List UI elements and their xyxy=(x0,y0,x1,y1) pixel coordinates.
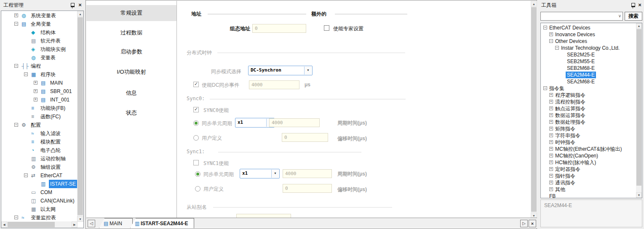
tree-item[interactable]: ≡功能块(FB) xyxy=(1,104,77,112)
vscrollbar-thumb[interactable] xyxy=(531,7,537,212)
sync1-cycle-time-input[interactable]: 4000 xyxy=(283,169,332,178)
expander-icon[interactable]: − xyxy=(543,26,547,29)
tree-item[interactable]: SEB2M55-E xyxy=(541,58,636,65)
tree-item[interactable]: SEA2M44-E xyxy=(541,72,636,78)
settings-tab[interactable]: 启动参数 xyxy=(86,44,176,60)
sync1-offset-input[interactable]: 0 xyxy=(283,184,332,193)
tree-item[interactable]: ≡模块配置 xyxy=(1,138,77,146)
tree-item[interactable]: ▤软元件表 xyxy=(1,37,77,45)
sync0-cycle-time-input[interactable]: 4000 xyxy=(269,118,320,127)
tree-item[interactable]: −┤├编程 xyxy=(1,62,77,70)
settings-tab[interactable]: I/O功能映射 xyxy=(86,64,176,80)
expander-icon[interactable]: + xyxy=(549,100,553,104)
toolbox-search-combo[interactable]: ∨ xyxy=(540,12,623,21)
close-icon[interactable]: × xyxy=(77,2,83,8)
pin-icon[interactable] xyxy=(70,3,75,8)
sync1-enable-checkbox[interactable] xyxy=(193,160,199,165)
sync0-enable-checkbox[interactable] xyxy=(193,107,199,112)
sync-mode-dropdown[interactable]: DC-Synchron ▼ xyxy=(248,66,313,75)
expander-icon[interactable]: + xyxy=(34,89,37,93)
tree-item[interactable]: −EtherCAT Devices xyxy=(541,24,636,31)
scroll-up-icon[interactable]: ▲ xyxy=(636,23,642,29)
document-tab[interactable]: ▥ISTART-SEA2M44-E xyxy=(130,218,194,228)
tree-item[interactable]: +▤MAIN xyxy=(1,79,77,87)
sync1-unit-cycle-radio[interactable] xyxy=(195,171,200,177)
scroll-down-icon[interactable]: ▼ xyxy=(77,216,83,222)
expander-icon[interactable]: + xyxy=(549,93,553,97)
expander-icon[interactable]: − xyxy=(543,86,547,90)
document-tab[interactable]: ▤MAIN xyxy=(99,218,133,228)
sync0-unit-cycle-radio[interactable] xyxy=(193,120,199,126)
expander-icon[interactable]: − xyxy=(14,123,18,127)
expander-icon[interactable]: + xyxy=(549,113,553,117)
tab-scroll-right-button[interactable]: ▷ xyxy=(520,220,528,227)
expander-icon[interactable]: + xyxy=(549,160,553,164)
tree-item[interactable]: ≈输入滤波 xyxy=(1,129,77,138)
tree-item[interactable]: ◔电子凸轮 xyxy=(1,146,77,154)
dc-sync-event-checkbox[interactable] xyxy=(193,82,199,87)
tree-item[interactable]: −指令集 xyxy=(541,85,636,92)
scroll-up-icon[interactable]: ▲ xyxy=(77,11,83,17)
expander-icon[interactable]: − xyxy=(24,173,28,177)
tree-item[interactable]: −▦程序块 xyxy=(1,70,77,79)
tree-item[interactable]: ▭COM xyxy=(1,188,77,197)
expander-icon[interactable]: − xyxy=(24,72,28,76)
tree-item[interactable]: +定时器指令 xyxy=(541,166,636,173)
expert-settings-checkbox[interactable] xyxy=(324,25,329,31)
expander-icon[interactable]: + xyxy=(34,81,37,85)
tree-item[interactable]: +矩阵指令 xyxy=(541,125,636,132)
expander-icon[interactable]: − xyxy=(14,216,18,219)
tab-scroll-left-button[interactable]: ◁ xyxy=(88,220,95,227)
expander-icon[interactable]: + xyxy=(549,187,553,191)
tree-item[interactable]: ◍变量表 xyxy=(1,53,77,62)
scroll-down-icon[interactable]: ▼ xyxy=(636,192,642,198)
sync1-multiplier-dropdown[interactable]: x1 ▼ xyxy=(240,169,280,178)
tree-item[interactable]: +程序逻辑指令 xyxy=(541,92,636,99)
tree-item[interactable]: −▤全局变量 xyxy=(1,20,77,28)
expander-icon[interactable]: + xyxy=(549,147,553,151)
tree-item[interactable]: +◍系统变量表 xyxy=(1,11,77,20)
pin-icon[interactable] xyxy=(631,3,636,8)
scroll-right-icon[interactable]: ▶ xyxy=(72,221,77,228)
sync0-user-defined-radio[interactable] xyxy=(193,135,199,141)
search-button[interactable]: 搜索 xyxy=(625,12,642,21)
tree-item[interactable]: ◈功能块实例 xyxy=(1,45,77,53)
tree-item[interactable]: FB xyxy=(541,193,636,198)
tree-item[interactable]: +时钟指令 xyxy=(541,139,636,146)
expander-icon[interactable]: + xyxy=(34,98,37,101)
tree-item[interactable]: +触点运算指令 xyxy=(541,105,636,112)
tree-item[interactable]: ⚙轴组设置 xyxy=(1,163,77,171)
hscrollbar-thumb[interactable] xyxy=(8,222,55,227)
expander-icon[interactable]: − xyxy=(14,22,18,26)
tree-item[interactable]: +通讯指令 xyxy=(541,179,636,186)
expander-icon[interactable]: − xyxy=(549,39,553,43)
expander-icon[interactable]: + xyxy=(549,120,553,124)
expander-icon[interactable]: + xyxy=(549,174,553,178)
settings-tab[interactable]: 过程数据 xyxy=(86,25,176,41)
expander-icon[interactable]: + xyxy=(549,181,553,184)
expander-icon[interactable]: + xyxy=(549,127,553,130)
tree-item[interactable]: ◆结构体 xyxy=(1,28,77,37)
tree-item[interactable]: −≈变量监控表 xyxy=(1,213,77,222)
tree-item[interactable]: SEB2M68-E xyxy=(541,65,636,72)
tree-item[interactable]: ≡函数(FC) xyxy=(1,112,77,121)
tree-item[interactable]: +MC轴控(CanOpen) xyxy=(541,152,636,159)
tree-item[interactable]: +其他 xyxy=(541,186,636,193)
vscrollbar-thumb[interactable] xyxy=(77,17,83,215)
search-input[interactable] xyxy=(542,13,612,20)
expander-icon[interactable]: + xyxy=(549,167,553,171)
tree-item[interactable]: −⇄EtherCAT xyxy=(1,171,77,180)
expander-icon[interactable]: + xyxy=(549,140,553,144)
tree-item[interactable]: SEB2M25-E xyxy=(541,51,636,58)
expander-icon[interactable]: − xyxy=(14,64,18,68)
tab-close-button[interactable]: × xyxy=(529,220,536,227)
expander-icon[interactable]: + xyxy=(549,133,553,137)
tree-item[interactable]: +HC轴控(脉冲输入) xyxy=(541,159,636,166)
tree-item[interactable]: SEA2M68-E xyxy=(541,78,636,85)
config-address-input[interactable]: 0 xyxy=(252,24,306,33)
tree-item[interactable]: −⚙配置 xyxy=(1,121,77,129)
sync0-offset-input[interactable]: 0 xyxy=(282,133,328,142)
tree-item[interactable]: ▥运动控制轴 xyxy=(1,154,77,163)
expander-icon[interactable]: + xyxy=(549,107,553,110)
sync1-user-defined-radio[interactable] xyxy=(195,186,200,192)
